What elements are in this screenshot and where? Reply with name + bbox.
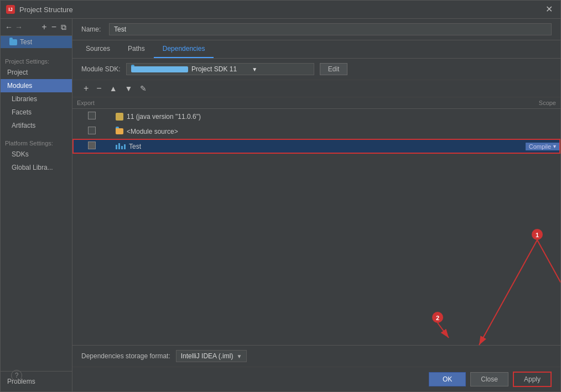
col-header-scope: Scope: [511, 97, 560, 109]
sdk-dropdown-arrow-icon: ▼: [252, 66, 309, 72]
name-label: Name:: [81, 25, 103, 33]
sidebar-item-artifacts[interactable]: Artifacts: [1, 119, 72, 132]
nav-forward-button[interactable]: →: [15, 23, 23, 32]
problems-label: Problems: [7, 378, 35, 385]
dep-scope-test[interactable]: Compile ▼: [511, 139, 560, 154]
folder-icon: [116, 128, 123, 134]
title-bar-left: IJ Project Structure: [6, 5, 73, 14]
dep-name-source: <Module source>: [111, 124, 511, 139]
tree-item-label: Test: [20, 38, 32, 46]
bottom-buttons: OK Close Apply: [72, 367, 560, 391]
sidebar-item-sdks-label: SDKs: [12, 150, 29, 158]
storage-row: Dependencies storage format: IntelliJ ID…: [72, 345, 560, 367]
col-header-name: [111, 97, 511, 109]
table-row[interactable]: Test Compile ▼: [72, 139, 560, 154]
dep-label: <Module source>: [127, 128, 178, 135]
storage-select[interactable]: IntelliJ IDEA (.iml) ▼: [176, 350, 247, 362]
sidebar-item-global-libs[interactable]: Global Libra...: [1, 161, 72, 174]
sdk-value: Project SDK 11: [191, 65, 248, 73]
sidebar-item-global-libs-label: Global Libra...: [12, 164, 53, 171]
project-settings-label: Project Settings:: [1, 55, 72, 66]
checkbox-icon[interactable]: [88, 142, 96, 149]
checkbox-icon[interactable]: [88, 112, 96, 119]
tabs-bar: Sources Paths Dependencies: [72, 40, 560, 59]
name-row: Name:: [72, 19, 560, 40]
sidebar-item-project-label: Project: [7, 69, 28, 76]
sidebar-item-facets[interactable]: Facets: [1, 106, 72, 119]
ok-button[interactable]: OK: [429, 372, 466, 386]
sdk-folder-icon: [131, 66, 188, 72]
dep-name-test: Test: [111, 139, 511, 154]
sidebar: ← → + − ⧉ Test Project Settings: Project…: [1, 19, 72, 391]
folder-icon: [9, 39, 17, 45]
apply-button[interactable]: Apply: [513, 372, 552, 387]
sidebar-add-button[interactable]: +: [40, 21, 48, 33]
bars-icon: [116, 143, 126, 149]
tree-item-test[interactable]: Test: [1, 36, 72, 48]
dialog-title: Project Structure: [19, 6, 73, 14]
help-button[interactable]: ?: [11, 370, 22, 381]
dep-name-sdk: 11 (java version "11.0.6"): [111, 109, 511, 124]
dep-add-button[interactable]: +: [81, 82, 91, 95]
dep-label: Test: [129, 143, 141, 150]
project-structure-dialog: IJ Project Structure ✕ ← → + − ⧉ Test: [0, 0, 561, 392]
sidebar-item-libraries[interactable]: Libraries: [1, 92, 72, 106]
dep-remove-button[interactable]: −: [94, 82, 103, 95]
scope-badge[interactable]: Compile ▼: [526, 143, 560, 150]
tab-paths[interactable]: Paths: [119, 40, 154, 58]
table-row[interactable]: 11 (java version "11.0.6"): [72, 109, 560, 124]
table-row[interactable]: <Module source>: [72, 124, 560, 139]
export-checkbox-source[interactable]: [72, 124, 111, 139]
dep-scope-sdk: [511, 109, 560, 124]
dep-edit-button[interactable]: ✎: [138, 83, 149, 94]
dep-table-wrap: Export Scope: [72, 97, 560, 345]
scope-dropdown-icon: ▼: [552, 144, 557, 149]
storage-label: Dependencies storage format:: [81, 352, 170, 360]
right-panel: Name: Sources Paths Dependencies: [72, 19, 560, 391]
sidebar-copy-button[interactable]: ⧉: [60, 22, 67, 33]
dep-toolbar: + − ▲ ▼ ✎: [72, 80, 560, 97]
storage-dropdown-icon: ▼: [236, 353, 242, 359]
dep-label: 11 (java version "11.0.6"): [127, 113, 201, 121]
export-checkbox-sdk[interactable]: [72, 109, 111, 124]
close-dialog-button[interactable]: ✕: [543, 4, 555, 15]
storage-value: IntelliJ IDEA (.iml): [181, 352, 233, 360]
col-header-export: Export: [72, 97, 111, 109]
sdk-edit-button[interactable]: Edit: [320, 63, 348, 75]
sidebar-item-artifacts-label: Artifacts: [12, 122, 35, 129]
sidebar-item-modules-label: Modules: [7, 82, 32, 90]
app-icon: IJ: [6, 5, 15, 14]
sidebar-item-sdks[interactable]: SDKs: [1, 148, 72, 161]
title-bar: IJ Project Structure ✕: [1, 1, 560, 19]
dep-scope-source: [511, 124, 560, 139]
close-button[interactable]: Close: [470, 372, 508, 386]
sidebar-item-facets-label: Facets: [12, 108, 32, 116]
tab-dependencies[interactable]: Dependencies: [154, 40, 214, 58]
main-content: ← → + − ⧉ Test Project Settings: Project…: [1, 19, 560, 391]
sdk-select-wrap[interactable]: Project SDK 11 ▼: [126, 63, 314, 75]
checkbox-icon[interactable]: [88, 127, 96, 134]
tab-sources[interactable]: Sources: [77, 40, 119, 58]
name-input[interactable]: [109, 23, 552, 35]
sidebar-remove-button[interactable]: −: [50, 21, 58, 33]
export-checkbox-test[interactable]: [72, 139, 111, 154]
dep-down-button[interactable]: ▼: [123, 83, 135, 94]
sdk-row: Module SDK: Project SDK 11 ▼ Edit: [72, 59, 560, 80]
sidebar-item-libraries-label: Libraries: [12, 95, 37, 103]
sidebar-item-modules[interactable]: Modules: [1, 79, 72, 92]
sidebar-item-project[interactable]: Project: [1, 66, 72, 79]
nav-back-button[interactable]: ←: [5, 23, 13, 32]
jar-icon: [116, 113, 123, 121]
dep-up-button[interactable]: ▲: [107, 83, 120, 94]
dep-table: Export Scope: [72, 97, 560, 154]
sdk-label: Module SDK:: [81, 65, 121, 73]
inner-content: Name: Sources Paths Dependencies: [72, 19, 560, 391]
platform-settings-label: Platform Settings:: [1, 137, 72, 148]
